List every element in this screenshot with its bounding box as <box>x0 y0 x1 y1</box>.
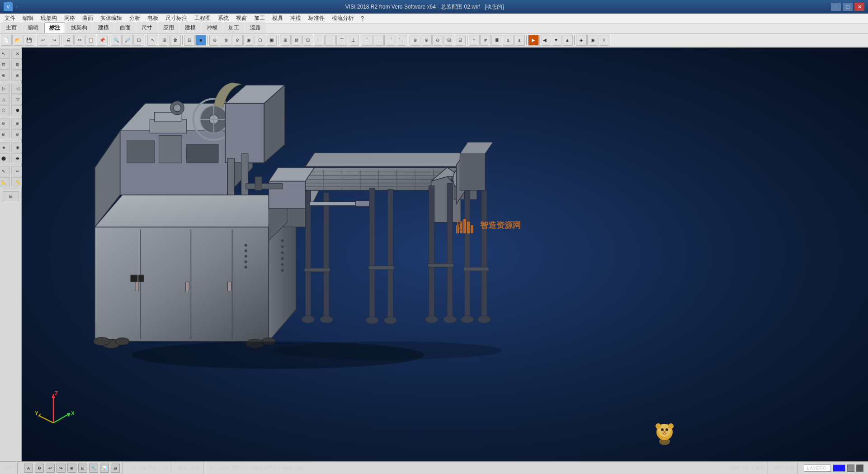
maximize-button[interactable]: □ <box>843 3 853 11</box>
tb-zoom-fit[interactable]: ⊡ <box>133 35 144 46</box>
sb-btn4[interactable]: ↪ <box>57 464 66 473</box>
menu-punch[interactable]: 冲模 <box>287 14 305 23</box>
tab-dimension[interactable]: 尺寸 <box>137 22 157 33</box>
sb-btn1[interactable]: A <box>24 464 33 473</box>
tb-b8[interactable]: ⊠ <box>291 35 302 46</box>
tb-cut[interactable]: ✂ <box>74 35 85 46</box>
tb-b6[interactable]: ▣ <box>266 35 277 46</box>
tb-b12[interactable]: ⊤ <box>336 35 347 46</box>
tb-copy[interactable]: 📋 <box>85 35 96 46</box>
tb-b27[interactable]: ≥ <box>514 35 525 46</box>
lp-btn9[interactable]: △ <box>0 95 10 104</box>
menu-machine[interactable]: 加工 <box>250 14 269 23</box>
tb-b17[interactable]: ⋱ <box>396 35 406 46</box>
menu-mesh[interactable]: 网格 <box>61 14 79 23</box>
tb-print[interactable]: 🖨 <box>63 35 74 46</box>
tb-zoom-in[interactable]: 🔍 <box>111 35 122 46</box>
menu-window[interactable]: 视窗 <box>232 14 250 23</box>
tb-b9[interactable]: ⊡ <box>302 35 313 46</box>
sb-btn5[interactable]: ⊕ <box>67 464 76 473</box>
tb-b11[interactable]: ⊣ <box>325 35 336 46</box>
tab-punch[interactable]: 冲模 <box>202 22 222 33</box>
menu-solid-edit[interactable]: 实体编辑 <box>97 14 126 23</box>
lp-btn17[interactable]: ◈ <box>0 142 10 152</box>
tb-b14[interactable]: ⋮ <box>362 35 373 46</box>
tb-window-select[interactable]: ⊞ <box>159 35 170 46</box>
menu-electrode[interactable]: 电极 <box>144 14 162 23</box>
menu-file[interactable]: 文件 <box>1 14 19 23</box>
tb-select[interactable]: ↖ <box>147 35 158 46</box>
tab-apply[interactable]: 应用 <box>158 22 179 33</box>
tab-modeling2[interactable]: 建模 <box>180 22 201 33</box>
tb-b18[interactable]: ⊛ <box>410 35 420 46</box>
sb-btn7[interactable]: 🔧 <box>89 464 98 473</box>
sb-btn9[interactable]: ⊞ <box>111 464 120 473</box>
tb-new[interactable]: 📄 <box>1 35 12 46</box>
tab-home[interactable]: 主页 <box>1 22 22 33</box>
tab-edit[interactable]: 编辑 <box>23 22 43 33</box>
lp-btn19[interactable]: ⬤ <box>0 153 10 163</box>
menu-analysis[interactable]: 分析 <box>126 14 144 23</box>
tb-b1[interactable]: ⊕ <box>209 35 220 46</box>
close-button[interactable]: ✕ <box>854 3 864 11</box>
tab-flow[interactable]: 流路 <box>245 22 266 33</box>
tb-b25[interactable]: ≣ <box>491 35 502 46</box>
tb-b23[interactable]: ≡ <box>469 35 480 46</box>
tb-b2[interactable]: ⊗ <box>221 35 231 46</box>
sb-btn3[interactable]: ↩ <box>46 464 55 473</box>
tab-surface[interactable]: 曲面 <box>115 22 136 33</box>
tb-zoom-out[interactable]: 🔎 <box>122 35 133 46</box>
viewport[interactable]: 智造资源网 Z X Y <box>22 47 868 461</box>
tb-b28[interactable]: ▶ <box>528 35 539 46</box>
tb-b29[interactable]: ◀ <box>539 35 550 46</box>
tab-annotation[interactable]: 标注 <box>44 22 65 33</box>
menu-help[interactable]: ? <box>357 14 368 23</box>
tb-redo[interactable]: ↪ <box>49 35 60 46</box>
tb-b10[interactable]: ⊢ <box>314 35 325 46</box>
lp-btn15[interactable]: ⊝ <box>0 129 10 139</box>
lp-btn3[interactable]: ⊡ <box>0 60 10 70</box>
tb-b4[interactable]: ◉ <box>243 35 254 46</box>
tb-b15[interactable]: ⋯ <box>373 35 384 46</box>
tab-wireframe[interactable]: 线架构 <box>66 22 92 33</box>
tb-layer[interactable]: ⊟ <box>184 35 195 46</box>
tab-modeling[interactable]: 建模 <box>93 22 114 33</box>
sb-btn6[interactable]: ⊡ <box>78 464 87 473</box>
menu-system[interactable]: 系统 <box>214 14 232 23</box>
tb-b32[interactable]: ◈ <box>576 35 587 46</box>
tb-b20[interactable]: ⊝ <box>432 35 443 46</box>
lp-btn7[interactable]: ▷ <box>0 84 10 94</box>
tb-b22[interactable]: ⊟ <box>455 35 466 46</box>
sb-btn2[interactable]: ⚙ <box>35 464 44 473</box>
tb-b31[interactable]: ▲ <box>562 35 573 46</box>
menu-edit[interactable]: 编辑 <box>19 14 37 23</box>
lp-btn1[interactable]: ↖ <box>0 49 10 59</box>
tb-b33[interactable]: ◉ <box>587 35 598 46</box>
sb-btn8[interactable]: 📊 <box>100 464 109 473</box>
tb-b26[interactable]: ≤ <box>503 35 514 46</box>
tb-save[interactable]: 💾 <box>24 35 34 46</box>
tb-b3[interactable]: ⊘ <box>232 35 243 46</box>
tb-b19[interactable]: ⊜ <box>421 35 432 46</box>
tb-b7[interactable]: ⊞ <box>280 35 291 46</box>
menu-moldflow[interactable]: 模流分析 <box>328 14 357 23</box>
lp-layer-icon[interactable]: ⊟ <box>3 191 19 201</box>
menu-wireframe[interactable]: 线架构 <box>37 14 61 23</box>
lp-btn13[interactable]: ⊘ <box>0 118 10 128</box>
tb-b34[interactable]: ◊ <box>599 35 609 46</box>
menu-dimension[interactable]: 尺寸标注 <box>162 14 191 23</box>
tb-delete[interactable]: 🗑 <box>170 35 181 46</box>
menu-standard[interactable]: 标准件 <box>305 14 328 23</box>
lp-btn5[interactable]: ⊕ <box>0 71 10 81</box>
tb-b16[interactable]: ⋰ <box>384 35 395 46</box>
menu-surface[interactable]: 曲面 <box>79 14 97 23</box>
tab-machining[interactable]: 加工 <box>223 22 244 33</box>
tb-paste[interactable]: 📌 <box>97 35 108 46</box>
tb-b13[interactable]: ⊥ <box>348 35 359 46</box>
tb-b5[interactable]: ⬡ <box>255 35 265 46</box>
menu-drawing[interactable]: 工程图 <box>191 14 214 23</box>
tb-b21[interactable]: ⊞ <box>443 35 454 46</box>
tb-open[interactable]: 📂 <box>12 35 23 46</box>
tb-undo[interactable]: ↩ <box>38 35 48 46</box>
minimize-button[interactable]: ─ <box>831 3 841 11</box>
